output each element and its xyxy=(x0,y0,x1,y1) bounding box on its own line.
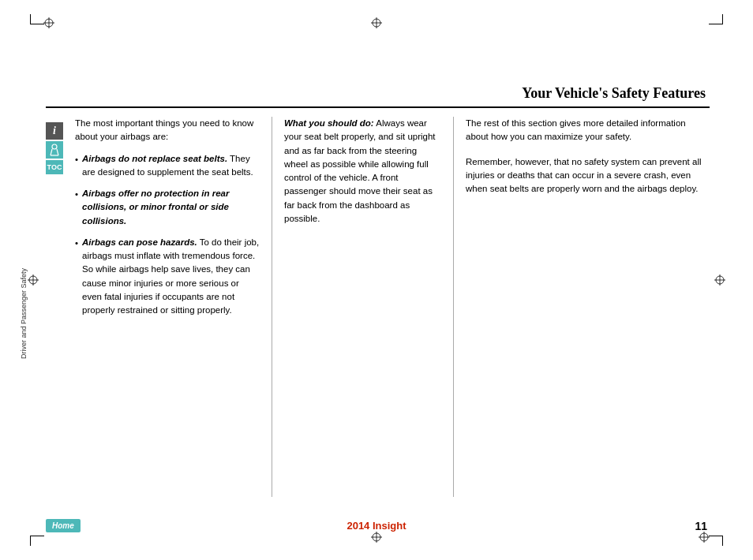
bullet-item-2: • Airbags offer no protection in rear co… xyxy=(75,187,260,228)
main-content: The most important things you need to kn… xyxy=(75,117,707,497)
edge-line xyxy=(722,14,723,24)
bullet-bold-1: Airbags do not replace seat belts. xyxy=(82,154,227,163)
home-button[interactable]: Home xyxy=(46,519,81,532)
registration-mark-right xyxy=(714,274,725,286)
bullet-symbol-2: • xyxy=(75,188,78,201)
svg-line-19 xyxy=(51,149,52,155)
edge-line xyxy=(709,24,723,24)
page-number: 11 xyxy=(695,520,707,532)
registration-mark-left xyxy=(28,274,39,286)
toc-icon[interactable]: TOC xyxy=(46,160,63,174)
registration-mark-top xyxy=(371,17,382,28)
bullet-bold-3: Airbags can pose hazards. xyxy=(82,237,197,247)
footer: Home 2014 Insight 11 xyxy=(46,519,707,532)
bullet-bold-2: Airbags offer no protection in rear coll… xyxy=(82,189,229,226)
edge-line xyxy=(30,24,44,24)
column-1: The most important things you need to kn… xyxy=(75,117,272,497)
col2-text: What you should do: Always wear your sea… xyxy=(284,117,441,226)
bullet-item-3: • Airbags can pose hazards. To do their … xyxy=(75,236,260,318)
what-you-should-do-text: Always wear your seat belt properly, and… xyxy=(284,118,436,223)
footer-title: 2014 Insight xyxy=(347,520,406,532)
title-divider xyxy=(46,106,710,108)
column-2: What you should do: Always wear your sea… xyxy=(272,117,454,497)
intro-text: The most important things you need to kn… xyxy=(75,117,260,144)
svg-point-18 xyxy=(52,144,57,149)
bullet-symbol-1: • xyxy=(75,153,78,166)
edge-line xyxy=(30,536,31,546)
column-3: The rest of this section gives more deta… xyxy=(454,117,707,497)
bullet-text-1: Airbags do not replace seat belts. They … xyxy=(82,152,260,180)
sidebar-icons: i TOC xyxy=(46,122,63,174)
registration-mark-tl-inner xyxy=(43,17,54,28)
svg-line-20 xyxy=(57,149,58,155)
bullet-item-1: • Airbags do not replace seat belts. The… xyxy=(75,152,260,180)
bullet-text-3: Airbags can pose hazards. To do their jo… xyxy=(82,236,260,318)
bullet-detail-3: To do their job, airbags must inflate wi… xyxy=(82,237,259,315)
edge-line xyxy=(709,536,723,536)
col3-paragraph2: Remember, however, that no safety system… xyxy=(466,155,707,196)
info-icon[interactable]: i xyxy=(46,122,63,140)
page-title: Your Vehicle's Safety Features xyxy=(522,85,706,102)
edge-line xyxy=(30,14,31,24)
edge-line xyxy=(722,536,723,546)
registration-mark-br-inner xyxy=(699,532,710,543)
bullet-symbol-3: • xyxy=(75,237,78,250)
registration-mark-bottom xyxy=(371,532,382,543)
bullet-text-2: Airbags offer no protection in rear coll… xyxy=(82,187,260,228)
col3-paragraph1: The rest of this section gives more deta… xyxy=(466,117,707,144)
what-you-should-do-label: What you should do: xyxy=(284,118,374,128)
edge-line xyxy=(30,536,44,536)
seatbelt-icon[interactable] xyxy=(46,141,63,159)
section-label: Driver and Passenger Safety xyxy=(20,122,28,359)
